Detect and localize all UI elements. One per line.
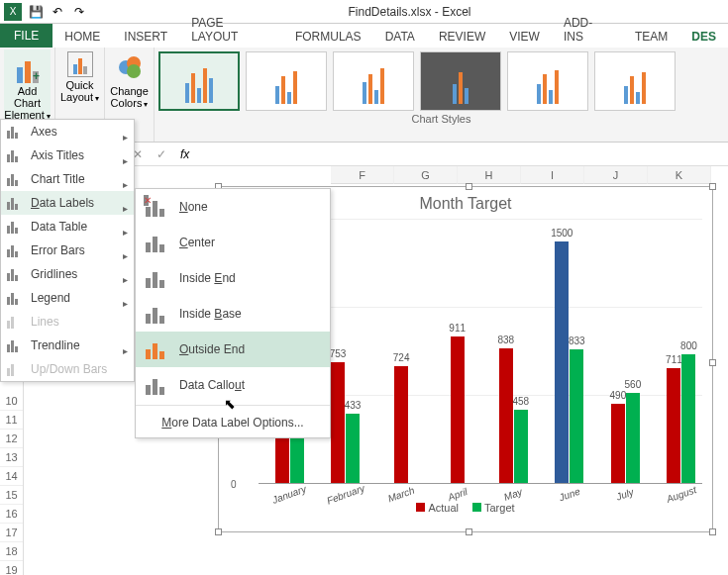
menu-lines: Lines: [1, 310, 134, 334]
tab-page-layout[interactable]: PAGE LAYOUT: [179, 12, 283, 48]
menu-gridlines[interactable]: Gridlines: [1, 262, 134, 286]
quick-layout-icon: [67, 51, 93, 77]
chart-style-3[interactable]: [333, 51, 414, 111]
labels-outside-end[interactable]: Outside EndOutside End: [136, 332, 330, 367]
add-chart-element-label: Add Chart Element: [4, 85, 50, 122]
tab-design[interactable]: DES: [679, 26, 728, 48]
menu-legend[interactable]: Legend: [1, 286, 134, 310]
col-header[interactable]: I: [521, 166, 584, 184]
menu-data-table[interactable]: Data Table: [1, 215, 134, 239]
chart-style-2[interactable]: [246, 51, 327, 111]
tab-home[interactable]: HOME: [52, 26, 112, 48]
tab-view[interactable]: VIEW: [497, 26, 552, 48]
row-header[interactable]: 18: [0, 542, 23, 561]
row-header[interactable]: 13: [0, 448, 23, 467]
labels-none[interactable]: ✕NoneNone: [136, 189, 330, 225]
add-chart-element-icon: +: [12, 51, 44, 83]
labels-inside-base[interactable]: Inside BaseInside Base: [136, 296, 330, 332]
fx-icon[interactable]: fx: [180, 147, 196, 161]
menu-data-labels[interactable]: DData Labelsata Labels: [1, 191, 134, 215]
svg-point-2: [127, 64, 141, 78]
labels-more-options[interactable]: More Data Label Options...More Data Labe…: [136, 408, 330, 437]
menu-chart-title[interactable]: Chart Title: [1, 167, 134, 191]
col-header[interactable]: K: [648, 166, 711, 184]
row-header[interactable]: 19: [0, 561, 23, 575]
row-header[interactable]: 10: [0, 392, 23, 411]
tab-addins[interactable]: ADD-INS: [552, 12, 623, 48]
chart-styles-label: Chart Styles: [155, 111, 728, 129]
menu-updown-bars: Up/Down Bars: [1, 357, 134, 381]
change-colors-icon: [114, 51, 146, 83]
chart-styles-gallery[interactable]: [155, 48, 728, 111]
quick-layout-button[interactable]: Quick Layout: [58, 49, 101, 106]
col-header[interactable]: F: [331, 166, 394, 184]
change-colors-button[interactable]: Change Colors: [108, 49, 151, 112]
col-header[interactable]: H: [458, 166, 521, 184]
labels-center[interactable]: CenterCenter: [136, 225, 330, 260]
y-axis-tick: 0: [231, 479, 237, 490]
mouse-cursor-icon: ⬉: [224, 396, 236, 412]
col-header[interactable]: J: [584, 166, 648, 184]
tab-review[interactable]: REVIEW: [427, 26, 497, 48]
legend-item-actual: Actual: [416, 502, 459, 514]
add-chart-element-menu: Axes Axis Titles Chart Title DData Label…: [0, 119, 135, 382]
menu-error-bars[interactable]: Error Bars: [1, 239, 134, 262]
redo-icon[interactable]: ↷: [71, 4, 87, 20]
labels-inside-end[interactable]: Inside EndInside End: [136, 260, 330, 296]
cancel-icon[interactable]: ✕: [133, 147, 149, 161]
row-header[interactable]: 15: [0, 486, 23, 505]
chart-style-6[interactable]: [594, 51, 676, 111]
row-header[interactable]: 16: [0, 505, 23, 524]
tab-formulas[interactable]: FORMULAS: [283, 26, 373, 48]
quick-access-toolbar: X 💾 ↶ ↷: [0, 3, 91, 21]
chart-style-5[interactable]: [507, 51, 588, 111]
row-header[interactable]: 14: [0, 467, 23, 486]
chart-style-1[interactable]: [158, 51, 240, 111]
menu-axis-titles[interactable]: Axis Titles: [1, 144, 134, 167]
chart-style-4[interactable]: [420, 51, 501, 111]
col-header[interactable]: G: [394, 166, 458, 184]
row-header[interactable]: 11: [0, 411, 23, 430]
row-header[interactable]: 17: [0, 524, 23, 542]
tab-data[interactable]: DATA: [373, 26, 427, 48]
tab-insert[interactable]: INSERT: [112, 26, 179, 48]
tab-file[interactable]: FILE: [0, 24, 52, 48]
menu-trendline[interactable]: Trendline: [1, 334, 134, 357]
excel-icon: X: [4, 3, 22, 21]
undo-icon[interactable]: ↶: [50, 4, 65, 20]
change-colors-label: Change Colors: [110, 85, 149, 110]
tab-team[interactable]: TEAM: [623, 26, 679, 48]
row-header[interactable]: 12: [0, 430, 23, 448]
quick-layout-label: Quick Layout: [60, 79, 99, 104]
save-icon[interactable]: 💾: [28, 4, 44, 20]
ribbon-tabs: FILE HOME INSERT PAGE LAYOUT FORMULAS DA…: [0, 24, 728, 48]
menu-axes[interactable]: Axes: [1, 120, 134, 144]
enter-icon[interactable]: ✓: [156, 147, 172, 161]
